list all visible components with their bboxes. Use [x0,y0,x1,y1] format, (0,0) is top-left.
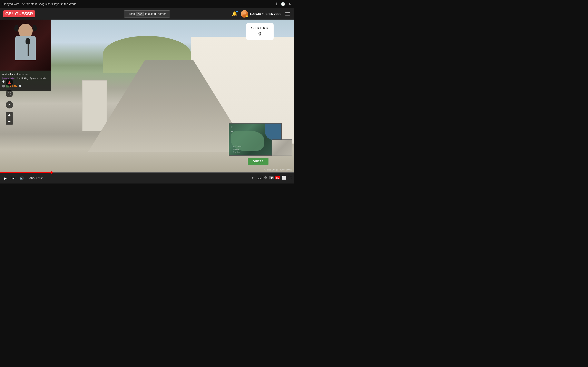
guessr-text: GUESSR [15,11,33,17]
flag-button[interactable]: ⚑ [6,101,13,108]
geo-pin-icon [11,11,16,16]
clock-icon[interactable]: 🕐 [281,2,285,6]
next-button[interactable]: ⏭ [10,175,16,181]
thumbnail-corner[interactable] [272,140,292,156]
play-button[interactable]: ▶ [2,175,8,181]
notification-bell[interactable]: 🔔 [232,11,237,17]
title-bar: I Played With The Greatest Geoguessr Pla… [0,0,294,8]
flag-icon: ⚑ [8,103,11,107]
geo-text: GE [5,11,11,17]
progress-dot [50,171,53,174]
time-display: 9:12 / 52:52 [27,176,44,179]
press-text: Press [127,12,135,16]
theater-mode-button[interactable]: ⬜ [282,175,286,180]
exit-text: to exit full screen [145,12,166,16]
map-data-label: Map data [233,151,240,153]
info-icon[interactable]: ℹ [276,2,277,6]
oceania-label: OCEANIA [233,145,242,147]
zoom-in-button[interactable]: + [6,112,13,118]
compass-button[interactable] [6,79,13,86]
video-title: I Played With The Greatest Geoguessr Pla… [2,2,276,6]
zoom-out-button[interactable]: − [6,118,13,125]
current-time: 9:12 [29,176,34,179]
settings-button[interactable]: ⚙ [264,175,267,180]
hamburger-menu[interactable] [285,11,291,16]
google-label: Google [233,149,239,150]
header-right: 🔔 ⭐ LUDWIG AHGREN VODS [232,10,291,17]
copyright-text: © 2021 Google · Terms of Use [265,169,292,171]
minus-icon: − [8,119,11,124]
map-zoom-out-icon[interactable]: − [231,129,233,133]
plus-icon: + [8,113,11,118]
fullscreen-notice: Press esc to exit full screen [124,10,170,17]
mic-head [26,38,30,44]
compass-arrow [8,81,11,84]
volume-button[interactable]: 🔊 [18,175,25,181]
yt-header: GE GUESSR Press esc to exit full screen … [0,8,294,20]
subtitles-button[interactable]: CC [257,176,262,180]
chat-icon-badge [2,85,5,87]
star-icon: ⭐ [245,15,249,17]
streak-label: STREAK [251,26,269,30]
chat-username-1: centristbar... [2,73,15,75]
progress-bar-fill [0,172,52,173]
user-info[interactable]: ⭐ LUDWIG AHGREN VODS [241,10,281,17]
share-icon[interactable]: ➤ [288,2,292,6]
scene-building-left [82,80,107,131]
main-area: centristbar... oh jesus cars juanfrakkka… [0,20,294,172]
fullscreen-toggle-button[interactable]: ⛶ [6,90,13,97]
bottom-bar: ▶ ⏭ 🔊 9:12 / 52:52 ▾ CC ⚙ HD RD ⬜ ⛶ [0,172,294,184]
progress-bar[interactable] [0,172,294,173]
esc-key: esc [136,12,144,16]
rd-badge: RD [275,176,280,179]
hd-badge: HD [269,176,273,179]
streak-number: 0 [251,30,269,37]
total-time: 52:52 [36,176,43,179]
captions-dropdown[interactable]: ▾ [252,175,254,180]
volume-icon: 🔊 [20,176,24,180]
chat-text-1: oh jesus cars [16,73,29,75]
fullscreen-icon: ⛶ [8,92,11,95]
channel-name: LUDWIG AHGREN VODS [250,12,281,16]
map-water [265,124,281,140]
guess-button[interactable]: GUESS [248,158,268,165]
streak-box: STREAK 0 [246,23,274,40]
geoguessr-logo[interactable]: GE GUESSR [3,10,35,17]
bottom-right-controls: ▾ CC ⚙ HD RD ⬜ ⛶ [250,175,292,180]
chat-message-1: centristbar... oh jesus cars [2,73,49,76]
map-land [231,131,264,151]
notification-dot [236,11,238,12]
fullscreen-button[interactable]: ⛶ [288,176,292,180]
map-zoom-in-icon[interactable]: + [231,125,233,129]
headphone-left [14,25,18,31]
headphone-right [33,25,37,31]
webcam-overlay [0,20,51,71]
thumbnail-image [272,140,292,156]
